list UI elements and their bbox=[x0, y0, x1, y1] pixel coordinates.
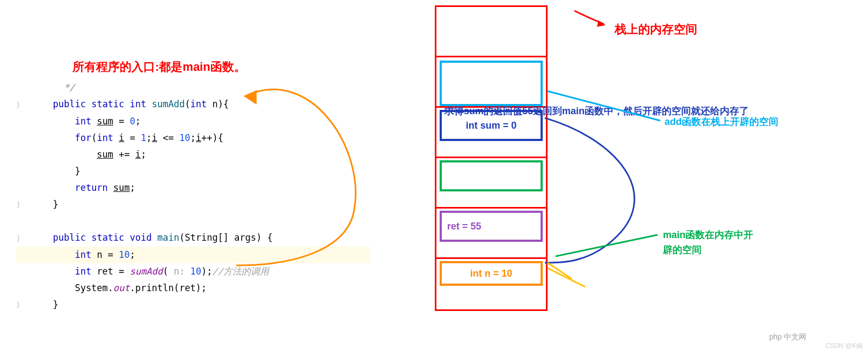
stack-cell-3 bbox=[436, 158, 546, 209]
stack-label: 栈上的内存空间 bbox=[615, 21, 697, 38]
n-box: int n = 10 bbox=[440, 261, 543, 286]
stack-cell-5: int n = 10 bbox=[436, 259, 546, 309]
comment-close: */ bbox=[64, 82, 75, 93]
svg-marker-0 bbox=[597, 20, 606, 27]
watermark-csdn: CSDN @K娴 bbox=[825, 342, 863, 351]
code-block: */ ⟩ public static int sumAdd(int n){ in… bbox=[16, 79, 370, 313]
stack-cell-0 bbox=[436, 7, 546, 57]
watermark-php: php 中文网 bbox=[769, 332, 806, 342]
add-annotation: add函数在栈上开辟的空间 bbox=[665, 115, 778, 128]
main-annotation: main函数在内存中开 辟的空间 bbox=[663, 227, 753, 257]
stack-diagram: int sum = 0 ret = 55 int n = 10 bbox=[435, 5, 548, 311]
inline-comment: //方法的调用 bbox=[212, 266, 268, 277]
stack-cell-4: ret = 55 bbox=[436, 209, 546, 259]
title-note: 所有程序的入口:都是main函数。 bbox=[72, 59, 246, 75]
green-box bbox=[440, 160, 543, 191]
stack-cell-1 bbox=[436, 57, 546, 108]
add-frame-box bbox=[440, 61, 543, 106]
ret-box: ret = 55 bbox=[440, 211, 543, 242]
